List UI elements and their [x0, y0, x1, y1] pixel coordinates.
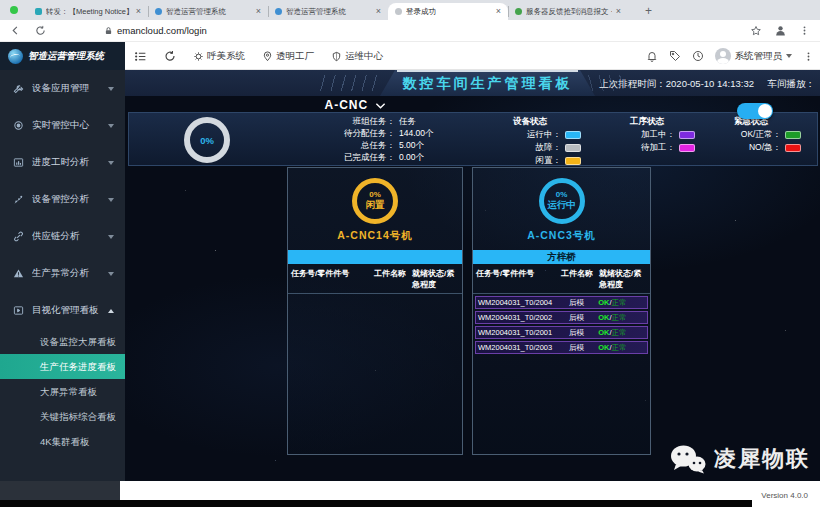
scatter-chart-icon: [13, 194, 24, 205]
user-menu[interactable]: 系统管理员: [715, 48, 793, 64]
task-row: WM2004031_T0/2003 后模 OK/正常: [475, 341, 648, 354]
profile-icon[interactable]: [774, 24, 787, 37]
refresh-icon[interactable]: [35, 25, 46, 36]
notification-bell-icon[interactable]: [646, 50, 658, 62]
sidebar-sub-device-monitor-board[interactable]: 设备监控大屏看板: [0, 329, 125, 354]
user-name: 系统管理员: [735, 50, 783, 63]
machine-panel-cnc3: 0% 运行中 A-CNC3号机 方梓桥 任务号/零件件号 工件名称 就绪状态/紧…: [472, 167, 651, 455]
browser-tab[interactable]: 智造运营管理系统 ×: [148, 3, 268, 20]
clock-icon[interactable]: [692, 50, 704, 62]
nav-label: 运维中心: [345, 50, 383, 63]
user-avatar: [715, 48, 731, 64]
brand-logo-icon: [8, 49, 23, 64]
sidebar-item-equipment-analysis[interactable]: 设备管控分析: [0, 181, 125, 218]
sidebar-sub-exception-board[interactable]: 大屏异常看板: [0, 379, 125, 404]
new-tab-button[interactable]: +: [640, 3, 657, 20]
sidebar-sub-4k-cluster-board[interactable]: 4K集群看板: [0, 429, 125, 454]
sidebar: 设备应用管理 实时管控中心 进度工时分析 设备管控分析 供应链分析 生产异常分析…: [0, 70, 125, 483]
legend-swatch: [679, 144, 695, 152]
browser-menu-icon[interactable]: [799, 25, 810, 36]
overall-progress-ring: 0%: [184, 117, 230, 163]
stat-row: 已完成任务：0.00个: [297, 152, 467, 164]
sidebar-item-visual-boards[interactable]: 目视化管理看板: [0, 292, 125, 329]
app-header: 智造运营管理系统 呼美系统 透明工厂 运维中心 系统管理: [0, 42, 820, 70]
url-text: emancloud.com/login: [117, 25, 207, 36]
sidebar-sub-task-progress-board[interactable]: 生产任务进度看板: [0, 354, 125, 379]
gear-icon: [193, 51, 204, 62]
sidebar-item-equipment-app[interactable]: 设备应用管理: [0, 70, 125, 107]
group-selector[interactable]: A-CNC: [295, 98, 415, 112]
dashboard-title-bar: 数控车间生产管理看板 上次排程时间：2020-05-10 14:13:32 车间…: [125, 70, 820, 96]
task-row: WM2004031_T0/2001 后模 OK/正常: [475, 326, 648, 339]
sidebar-item-progress-hours[interactable]: 进度工时分析: [0, 144, 125, 181]
sidebar-item-label: 实时管控中心: [32, 119, 100, 132]
title-top-line: [397, 70, 578, 72]
sidebar-item-supply-chain[interactable]: 供应链分析: [0, 218, 125, 255]
nav-humei-system[interactable]: 呼美系统: [193, 50, 245, 63]
last-schedule-time: 上次排程时间：2020-05-10 14:13:32: [599, 78, 754, 91]
chevron-down-icon: [786, 54, 792, 58]
legend-process-status: 工序状态 加工中： 待加工：: [599, 115, 695, 154]
page-title: 数控车间生产管理看板: [380, 70, 595, 96]
menu-list-icon[interactable]: [134, 50, 147, 63]
wrench-icon: [13, 83, 24, 94]
chevron-down-icon: [108, 272, 114, 276]
sidebar-item-realtime-center[interactable]: 实时管控中心: [0, 107, 125, 144]
legend-swatch: [565, 131, 581, 139]
tab-close-icon[interactable]: ×: [616, 7, 621, 16]
nav-ops-center[interactable]: 运维中心: [331, 50, 383, 63]
legend-swatch: [785, 144, 801, 152]
browser-tab[interactable]: 转发：【Meeting Notice】金南 ×: [28, 3, 148, 20]
legend-urgency-status: 紧急状态 OK/正常： NO/急：: [701, 115, 801, 154]
back-icon[interactable]: [10, 25, 21, 36]
traffic-light-green[interactable]: [10, 6, 18, 14]
chevron-down-icon: [108, 161, 114, 165]
tab-close-icon[interactable]: ×: [496, 7, 501, 16]
stat-row: 总任务：5.00个: [297, 140, 467, 152]
browser-tab-active[interactable]: 登录成功 ×: [388, 3, 508, 20]
nav-label: 呼美系统: [207, 50, 245, 63]
chevron-up-icon: [108, 309, 114, 313]
brand-title: 智造运营管理系统: [28, 50, 104, 63]
workshop-play-toggle[interactable]: [737, 103, 773, 119]
chevron-down-icon: [108, 124, 114, 128]
address-field[interactable]: emancloud.com/login: [104, 25, 750, 36]
server-tab-favicon: [515, 8, 522, 15]
table-header: 任务号/零件件号 工件名称 就绪状态/紧急程度: [473, 264, 650, 294]
current-task-bar: 方梓桥: [473, 250, 650, 264]
watermark-text: 凌犀物联: [714, 444, 810, 474]
stat-row: 待分配任务：144.00个: [297, 128, 467, 140]
tab-close-icon[interactable]: ×: [256, 7, 261, 16]
workshop-play-label: 车间播放：: [768, 78, 816, 91]
dashboard: 数控车间生产管理看板 上次排程时间：2020-05-10 14:13:32 车间…: [125, 70, 820, 481]
bar-chart-icon: [13, 157, 24, 168]
map-pin-icon: [262, 51, 273, 62]
sidebar-item-label: 设备管控分析: [32, 193, 100, 206]
warning-triangle-icon: [13, 268, 24, 279]
meeting-tab-favicon: [35, 8, 42, 15]
nav-transparent-factory[interactable]: 透明工厂: [262, 50, 314, 63]
app-kebab-menu-icon[interactable]: [803, 51, 814, 62]
browser-tab[interactable]: 智造运营管理系统 ×: [268, 3, 388, 20]
legend-device-status: 设备状态 运行中： 故障： 闲置：: [479, 115, 581, 167]
task-row: WM2004031_T0/2004 后模 OK/正常: [475, 296, 648, 309]
reload-icon[interactable]: [164, 50, 176, 62]
version-label: Version 4.0.0: [761, 491, 808, 500]
legend-swatch: [785, 131, 801, 139]
browser-tab[interactable]: 服务器反馈抢到消息报文 · 智能 ×: [508, 3, 628, 20]
sidebar-item-label: 目视化管理看板: [32, 304, 100, 317]
bottom-black-bar: [0, 500, 752, 507]
nav-label: 透明工厂: [276, 50, 314, 63]
tab-close-icon[interactable]: ×: [376, 7, 381, 16]
tag-icon[interactable]: [669, 50, 681, 62]
bookmark-star-icon[interactable]: [750, 25, 762, 37]
sidebar-item-label: 供应链分析: [32, 230, 100, 243]
app-tab-favicon: [155, 8, 162, 15]
tab-close-icon[interactable]: ×: [136, 7, 141, 16]
machine-progress-ring: 0% 闲置: [352, 178, 398, 224]
machine-progress-ring: 0% 运行中: [539, 178, 585, 224]
target-icon: [13, 120, 24, 131]
sidebar-sub-kpi-board[interactable]: 关键指标综合看板: [0, 404, 125, 429]
tab-title: 转发：【Meeting Notice】金南: [46, 7, 132, 17]
sidebar-item-production-exception[interactable]: 生产异常分析: [0, 255, 125, 292]
